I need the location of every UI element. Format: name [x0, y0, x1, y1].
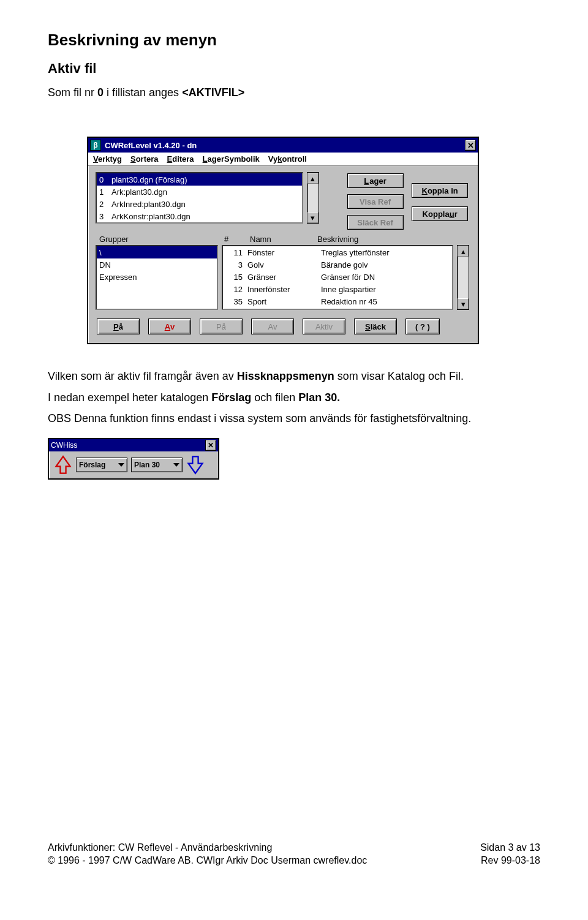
text: i fillistan anges: [104, 86, 182, 99]
lager-button[interactable]: Lager: [347, 173, 404, 188]
section-heading: Aktiv fil: [48, 61, 540, 77]
group-row[interactable]: DN: [97, 258, 217, 271]
file-row[interactable]: 3 ArkKonstr:plant30.dgn: [97, 210, 302, 222]
arrow-down-icon[interactable]: [186, 455, 205, 475]
intro-text: Som fil nr 0 i fillistan anges <AKTIVFIL…: [48, 85, 540, 100]
detail-row[interactable]: 15 Gränser Gränser för DN: [223, 271, 452, 283]
detail-row[interactable]: 12 Innerfönster Inne glaspartier: [223, 283, 452, 295]
detail-desc: Bärande golv: [321, 260, 450, 270]
detail-num: 35: [225, 297, 247, 306]
label: På: [216, 322, 226, 331]
visa-ref-button[interactable]: Visa Ref: [347, 194, 404, 209]
label: Aktiv: [315, 322, 333, 331]
group-name: \: [99, 248, 102, 257]
ref-button-col-2: Koppla in Koppla ur: [409, 172, 470, 221]
menu-lagersymbolik[interactable]: LagerSymbolik: [203, 154, 260, 164]
hiss-title: CWHiss: [51, 441, 205, 450]
ref-button-col-1: Lager Visa Ref Släck Ref: [345, 172, 406, 230]
scroll-down-icon[interactable]: ▾: [307, 212, 318, 223]
scroll-track[interactable]: [458, 257, 469, 298]
katalog-dropdown[interactable]: Förslag: [76, 458, 127, 472]
detail-scrollbar[interactable]: ▴ ▾: [457, 245, 469, 310]
scroll-down-icon[interactable]: ▾: [458, 298, 469, 309]
detail-row[interactable]: 35 Sport Redaktion nr 45: [223, 295, 452, 307]
fil-value: Plan 30: [134, 461, 170, 469]
file-index: 2: [99, 200, 111, 209]
help-button[interactable]: ( ? ): [405, 319, 440, 334]
system-menu-icon[interactable]: β: [90, 140, 101, 151]
cwhiss-dialog: CWHiss ✕ Förslag Plan 30: [48, 438, 219, 480]
file-listbox[interactable]: 0 plant30.dgn (Förslag) 1 Ark:plant30.dg…: [96, 172, 303, 224]
close-button[interactable]: ✕: [205, 440, 216, 451]
chevron-down-icon: [173, 463, 179, 467]
text: Vilken som är aktiv fil framgår även av: [48, 370, 237, 382]
detail-desc: Inne glaspartier: [321, 285, 450, 294]
close-button[interactable]: ✕: [465, 140, 476, 151]
detail-num: 15: [225, 273, 247, 282]
group-row[interactable]: Expressen: [97, 271, 217, 283]
detail-listbox[interactable]: 11 Fönster Treglas ytterfönster 3 Golv B…: [222, 245, 453, 310]
footer-line-1: Arkivfunktioner: CW Reflevel - Användarb…: [48, 841, 367, 854]
av-button[interactable]: Av: [148, 319, 191, 334]
file-row[interactable]: 0 plant30.dgn (Förslag): [97, 173, 302, 186]
text-bold: Plan 30.: [298, 391, 340, 404]
file-name: Ark:plant30.dgn: [111, 187, 167, 197]
scroll-up-icon[interactable]: ▴: [458, 246, 469, 257]
file-row[interactable]: 1 Ark:plant30.dgn: [97, 186, 302, 198]
pa-button[interactable]: På: [97, 319, 140, 334]
detail-name: Gränser: [247, 273, 321, 282]
text: och filen: [251, 391, 298, 404]
label: Släck Ref: [357, 218, 393, 227]
dialog-title: CWRefLevel v1.4.20 - dn: [105, 141, 465, 150]
menu-sortera[interactable]: Sortera: [130, 154, 159, 164]
fil-dropdown[interactable]: Plan 30: [131, 458, 183, 472]
col-grupper: Grupper: [96, 235, 224, 244]
av2-button[interactable]: Av: [251, 319, 294, 334]
page-heading: Beskrivning av menyn: [48, 31, 540, 50]
detail-num: 11: [225, 248, 247, 257]
footer-page: Sidan 3 av 13: [480, 841, 540, 854]
file-name: ArkKonstr:plant30.dgn: [111, 212, 190, 221]
menu-editera[interactable]: Editera: [167, 154, 194, 164]
text-bold: <AKTIVFIL>: [182, 86, 244, 99]
detail-row[interactable]: 3 Golv Bärande golv: [223, 258, 452, 271]
text: I nedan exempel heter katalogen: [48, 391, 211, 404]
pa2-button[interactable]: På: [200, 319, 243, 334]
text: Som fil nr: [48, 86, 97, 99]
detail-desc: Treglas ytterfönster: [321, 248, 450, 257]
hiss-titlebar: CWHiss ✕: [49, 439, 218, 451]
footer-line-2: © 1996 - 1997 C/W CadWare AB. CWIgr Arki…: [48, 854, 367, 867]
katalog-value: Förslag: [79, 461, 115, 469]
scroll-track[interactable]: [307, 184, 318, 212]
slack-button[interactable]: Släck: [354, 319, 397, 334]
detail-name: Innerfönster: [247, 285, 321, 294]
label: Visa Ref: [360, 197, 391, 206]
detail-row[interactable]: 11 Fönster Treglas ytterfönster: [223, 246, 452, 258]
label: Av: [268, 322, 277, 331]
koppla-ur-button[interactable]: Koppla ur: [412, 206, 468, 221]
para-exempel: I nedan exempel heter katalogen Förslag …: [48, 390, 540, 405]
aktiv-button[interactable]: Aktiv: [303, 319, 345, 334]
menu-vykontroll[interactable]: Vykontroll: [268, 154, 307, 164]
scroll-up-icon[interactable]: ▴: [307, 173, 318, 184]
detail-name: Golv: [247, 260, 321, 270]
group-name: Expressen: [99, 273, 137, 282]
file-row[interactable]: 2 ArkInred:plant30.dgn: [97, 198, 302, 210]
arrow-up-icon[interactable]: [54, 455, 72, 475]
text-bold: Förslag: [211, 391, 251, 404]
slack-ref-button[interactable]: Släck Ref: [347, 215, 404, 230]
group-listbox[interactable]: \ DN Expressen: [96, 245, 218, 310]
file-list-scrollbar[interactable]: ▴ ▾: [307, 172, 319, 224]
titlebar: β CWRefLevel v1.4.20 - dn ✕: [88, 138, 478, 153]
chevron-down-icon: [118, 463, 124, 467]
detail-name: Fönster: [247, 248, 321, 257]
col-num: #: [224, 235, 250, 244]
menu-verktyg[interactable]: Verktyg: [93, 154, 122, 164]
group-row[interactable]: \: [97, 246, 217, 258]
label: ( ? ): [415, 322, 430, 331]
koppla-in-button[interactable]: Koppla in: [412, 183, 468, 198]
text-bold: Hissknappsmenyn: [237, 370, 334, 382]
menubar: Verktyg Sortera Editera LagerSymbolik Vy…: [88, 153, 478, 166]
text: som visar Katalog och Fil.: [334, 370, 464, 382]
para-obs: OBS Denna funktion finns endast i vissa …: [48, 411, 540, 426]
